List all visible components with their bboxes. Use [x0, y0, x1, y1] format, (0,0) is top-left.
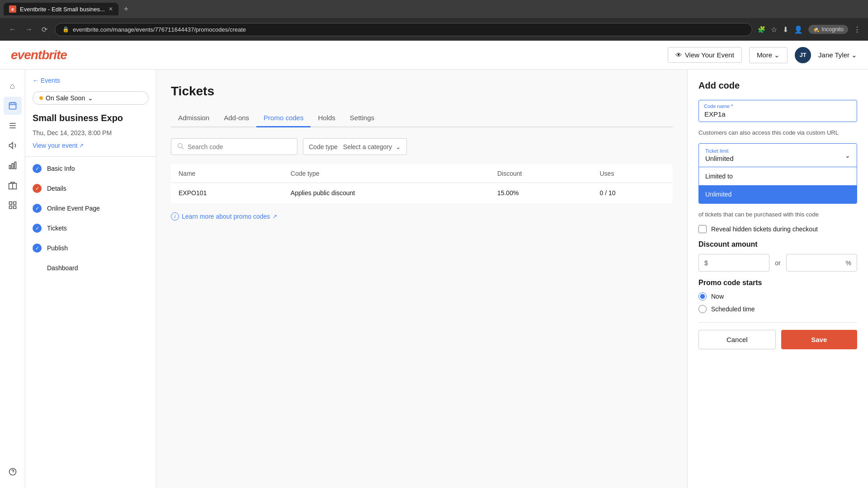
tab-addons[interactable]: Add-ons [217, 109, 256, 127]
starts-now-label[interactable]: Now [711, 293, 724, 300]
starts-now-radio[interactable] [698, 292, 707, 300]
nav-sidebar: ← Events On Sale Soon ⌄ Small business E… [25, 70, 156, 488]
ticket-limit-trigger[interactable]: Ticket limit Unlimited ⌄ [698, 143, 857, 167]
sidebar-item-dashboard[interactable]: Dashboard [25, 258, 156, 278]
menu-icon[interactable]: ⋮ [854, 25, 861, 34]
address-bar[interactable]: 🔒 eventbrite.com/manage/events/776711644… [55, 23, 752, 36]
active-tab[interactable]: e Eventbrite - Edit Small busines... ✕ [4, 3, 118, 15]
svg-rect-13 [13, 202, 16, 205]
search-input[interactable] [188, 143, 292, 150]
view-event-label: View Your Event [685, 51, 734, 59]
tab-favicon: e [9, 5, 16, 13]
main-content: Tickets Admission Add-ons Promo codes Ho… [156, 70, 868, 488]
eventbrite-logo[interactable]: eventbrite [11, 48, 67, 62]
svg-rect-15 [13, 206, 16, 209]
save-button[interactable]: Save [781, 330, 858, 349]
user-chevron-icon: ⌄ [851, 51, 857, 59]
sidebar-item-online-event-page[interactable]: ✓ Online Event Page [25, 198, 156, 218]
sidebar-icon-building[interactable] [4, 176, 22, 194]
main-body: ⌂ [0, 70, 868, 488]
row-uses: 0 / 10 [593, 183, 673, 203]
discount-row: $ or % [698, 254, 857, 272]
user-name-button[interactable]: Jane Tyler ⌄ [818, 51, 857, 59]
top-nav-actions: 👁 View Your Event More ⌄ JT Jane Tyler ⌄ [668, 47, 857, 63]
sidebar-item-publish[interactable]: ✓ Publish [25, 238, 156, 258]
chevron-down-icon: ⌄ [774, 51, 780, 59]
col-header-name: Name [171, 164, 283, 183]
view-event-link[interactable]: View your event ↗ [25, 140, 156, 155]
percent-symbol: % [846, 259, 851, 267]
discount-percent-value[interactable] [792, 259, 843, 267]
incognito-label: Incognito [821, 26, 844, 33]
sidebar-item-tickets[interactable]: ✓ Tickets [25, 218, 156, 238]
icon-sidebar: ⌂ [0, 70, 25, 488]
tab-holds[interactable]: Holds [311, 109, 342, 127]
discount-dollar-input[interactable]: $ [698, 254, 769, 272]
tickets-panel: Tickets Admission Add-ons Promo codes Ho… [156, 70, 687, 488]
top-nav: eventbrite 👁 View Your Event More ⌄ JT J… [0, 41, 868, 70]
sidebar-icon-list[interactable] [4, 117, 22, 135]
discount-amount-label: Discount amount [698, 240, 857, 249]
sidebar-icon-calendar[interactable] [4, 97, 22, 115]
page-title: Tickets [171, 84, 673, 99]
browser-chrome: e Eventbrite - Edit Small busines... ✕ +… [0, 0, 868, 41]
external-link-icon: ↗ [273, 213, 277, 220]
sidebar-item-basic-info[interactable]: ✓ Basic Info [25, 159, 156, 178]
sidebar-icon-chart[interactable] [4, 156, 22, 174]
discount-percent-input[interactable]: % [786, 254, 857, 272]
more-label: More [757, 51, 772, 59]
starts-scheduled-label[interactable]: Scheduled time [711, 305, 755, 313]
table-row[interactable]: EXPO101 Applies public discount 15.00% 0… [171, 183, 673, 203]
ticket-limit-chevron-icon: ⌄ [845, 152, 850, 159]
new-tab-button[interactable]: + [120, 3, 132, 16]
status-badge[interactable]: On Sale Soon ⌄ [33, 91, 149, 105]
extensions-icon[interactable]: 🧩 [758, 26, 765, 33]
back-to-events-link[interactable]: ← Events [33, 77, 60, 84]
learn-more-link[interactable]: i Learn more about promo codes ↗ [171, 212, 673, 221]
ticket-limit-label: Ticket limit [705, 148, 734, 154]
cancel-button[interactable]: Cancel [698, 330, 776, 349]
option-unlimited[interactable]: Unlimited [699, 185, 857, 203]
reveal-hidden-label[interactable]: Reveal hidden tickets during checkout [711, 225, 818, 233]
col-header-uses: Uses [593, 164, 673, 183]
view-event-link-text: View your event [33, 142, 77, 149]
search-icon [177, 142, 184, 151]
close-tab-button[interactable]: ✕ [108, 6, 113, 12]
status-chevron-icon: ⌄ [88, 94, 93, 102]
option-limited-to[interactable]: Limited to [699, 167, 857, 185]
sidebar-icon-help[interactable] [4, 463, 22, 481]
search-box[interactable] [171, 138, 297, 155]
download-icon[interactable]: ⬇ [783, 25, 788, 34]
forward-button[interactable]: → [24, 23, 34, 35]
reload-button[interactable]: ⟳ [40, 23, 49, 36]
starts-scheduled-radio[interactable] [698, 305, 707, 313]
code-type-select[interactable]: Code type Select a category ⌄ [303, 138, 407, 155]
back-button[interactable]: ← [7, 23, 18, 35]
bookmark-icon[interactable]: ☆ [771, 25, 777, 34]
sidebar-icon-apps[interactable] [4, 196, 22, 214]
eye-icon: 👁 [675, 51, 682, 59]
tab-settings[interactable]: Settings [343, 109, 382, 127]
view-event-button[interactable]: 👁 View Your Event [668, 47, 742, 63]
sidebar-icon-megaphone[interactable] [4, 136, 22, 155]
tab-promo-codes[interactable]: Promo codes [256, 109, 311, 127]
status-label: On Sale Soon [46, 94, 85, 102]
dashboard-placeholder [33, 263, 42, 272]
tab-admission[interactable]: Admission [171, 109, 217, 127]
promo-codes-table: Name Code type Discount Uses EXPO101 App… [171, 164, 673, 203]
profile-icon[interactable]: 👤 [794, 25, 803, 34]
sidebar-divider [25, 156, 156, 157]
tab-title: Eventbrite - Edit Small busines... [20, 6, 105, 13]
sidebar-icon-home[interactable]: ⌂ [4, 77, 22, 95]
more-button[interactable]: More ⌄ [749, 47, 788, 63]
check-icon-details: ✓ [33, 184, 42, 193]
svg-rect-7 [9, 165, 10, 169]
url-text: eventbrite.com/manage/events/77671164443… [73, 26, 246, 33]
starts-scheduled-row: Scheduled time [698, 305, 857, 313]
code-name-field: Code name * [698, 100, 857, 122]
sidebar-item-details[interactable]: ✓ Details [25, 178, 156, 198]
content-area: Tickets Admission Add-ons Promo codes Ho… [156, 70, 868, 488]
discount-dollar-value[interactable] [711, 259, 764, 267]
info-icon: i [171, 212, 179, 221]
reveal-hidden-checkbox[interactable] [698, 225, 707, 233]
